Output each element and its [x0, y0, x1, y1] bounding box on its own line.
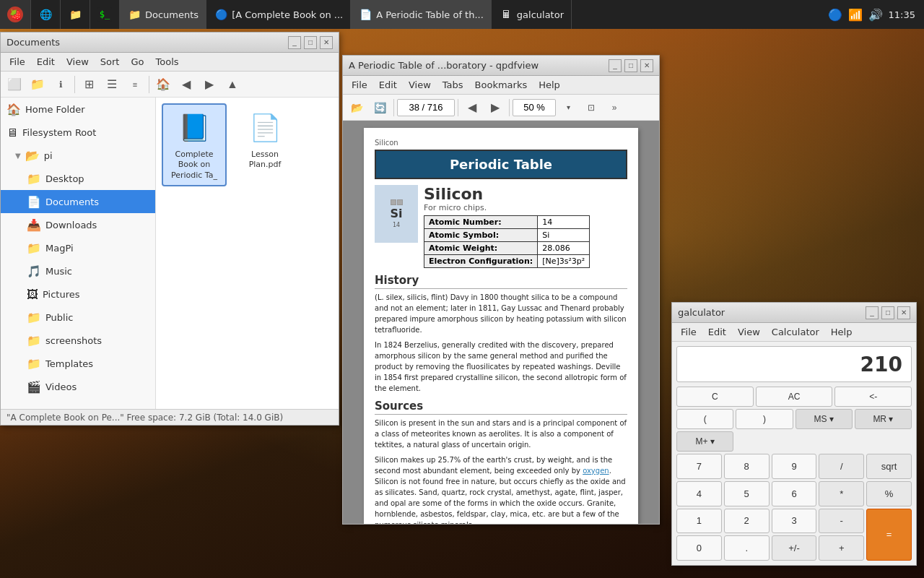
calc-menu-calculator[interactable]: Calculator: [766, 325, 825, 339]
calc-restore-button[interactable]: □: [881, 306, 894, 319]
fit-page-button[interactable]: ⊡: [580, 98, 602, 118]
pdf-menu-view[interactable]: View: [403, 78, 437, 92]
sidebar-item-public[interactable]: 📁 Public: [1, 306, 155, 329]
calc-sqrt-button[interactable]: sqrt: [866, 454, 912, 479]
calc-mplus-button[interactable]: M+ ▾: [676, 431, 733, 452]
wifi-icon[interactable]: 📶: [848, 8, 863, 22]
folder-button[interactable]: 📁: [61, 0, 90, 29]
pdf-menu-help[interactable]: Help: [533, 78, 566, 92]
sidebar-item-documents[interactable]: 📄 Documents: [1, 190, 155, 213]
calc-3-button[interactable]: 3: [772, 509, 817, 534]
file-item-lesson[interactable]: 📄 Lesson Plan.pdf: [232, 103, 297, 186]
calc-menu-edit[interactable]: Edit: [702, 325, 732, 339]
pdf-refresh-button[interactable]: 🔄: [369, 98, 391, 118]
sidebar-item-magpi[interactable]: 📁 MagPi: [1, 236, 155, 259]
statusbar-text: "A Complete Book on Pe..." Free space: 7…: [6, 413, 283, 423]
calc-multiply-button[interactable]: *: [819, 481, 864, 506]
terminal-button[interactable]: $_: [90, 0, 120, 29]
up-button[interactable]: ▲: [222, 74, 243, 95]
calc-minus-button[interactable]: -: [819, 509, 864, 534]
pdf-menu-edit[interactable]: Edit: [373, 78, 403, 92]
calc-percent-button[interactable]: %: [866, 481, 912, 506]
calc-1-button[interactable]: 1: [676, 509, 722, 534]
pdf-menu-tabs[interactable]: Tabs: [437, 78, 469, 92]
calc-plusminus-button[interactable]: +/-: [772, 535, 817, 561]
calc-open-paren-button[interactable]: (: [676, 409, 733, 429]
calc-menu-file[interactable]: File: [675, 325, 702, 339]
pdf-menu-bookmarks[interactable]: Bookmarks: [469, 78, 533, 92]
calc-9-button[interactable]: 9: [772, 454, 817, 479]
sidebar-item-home[interactable]: 🏠 Home Folder: [1, 98, 155, 121]
calc-close-paren-button[interactable]: ): [736, 409, 793, 429]
oxygen-link[interactable]: oxygen: [583, 467, 609, 475]
sidebar-item-pi[interactable]: ▼ 📂 pi: [1, 144, 155, 167]
restore-button[interactable]: □: [304, 36, 317, 49]
calc-clear-button[interactable]: C: [676, 387, 754, 407]
pdf1-taskbar-item[interactable]: 🔵 [A Complete Book on ...: [206, 0, 351, 29]
detailed-view-button[interactable]: ☰: [101, 74, 123, 95]
sidebar-item-templates[interactable]: 📁 Templates: [1, 352, 155, 375]
sidebar-item-downloads[interactable]: 📥 Downloads: [1, 213, 155, 236]
browser-button[interactable]: 🌐: [31, 0, 61, 29]
file-item-book[interactable]: 📘 Complete Book on Periodic Ta_: [162, 103, 227, 186]
calc-5-button[interactable]: 5: [724, 481, 770, 506]
menu-go[interactable]: Go: [125, 55, 149, 69]
back-button[interactable]: ◀: [175, 74, 197, 95]
sidebar-item-filesystem[interactable]: 🖥 Filesystem Root: [1, 121, 155, 144]
properties-button[interactable]: ℹ: [50, 74, 71, 95]
menu-view[interactable]: View: [61, 55, 95, 69]
raspberry-menu-button[interactable]: 🍓: [0, 0, 31, 29]
new-window-button[interactable]: ⬜: [4, 74, 25, 95]
calc-taskbar-item[interactable]: 🖩 galculator: [492, 0, 572, 29]
pdf-back-button[interactable]: ◀: [461, 98, 483, 118]
compact-view-button[interactable]: ≡: [124, 74, 146, 95]
pdf-forward-button[interactable]: ▶: [484, 98, 506, 118]
calc-4-button[interactable]: 4: [676, 481, 722, 506]
menu-edit[interactable]: Edit: [31, 55, 61, 69]
calc-ms-button[interactable]: MS ▾: [796, 409, 853, 429]
zoom-dropdown-button[interactable]: ▾: [557, 98, 579, 118]
icon-view-button[interactable]: ⊞: [78, 74, 100, 95]
calc-plus-button[interactable]: +: [819, 535, 864, 561]
page-input[interactable]: [397, 99, 455, 116]
pdf-restore-button[interactable]: □: [624, 59, 637, 72]
close-button[interactable]: ✕: [320, 36, 333, 49]
calc-2-button[interactable]: 2: [724, 509, 770, 534]
calc-8-button[interactable]: 8: [724, 454, 770, 479]
pdf-open-button[interactable]: 📂: [346, 98, 367, 118]
calc-0-button[interactable]: 0: [676, 535, 722, 561]
menu-tools[interactable]: Tools: [150, 55, 185, 69]
calc-7-button[interactable]: 7: [676, 454, 722, 479]
zoom-input[interactable]: [513, 99, 556, 116]
minimize-button[interactable]: _: [288, 36, 301, 49]
more-button[interactable]: »: [603, 98, 625, 118]
pdf-minimize-button[interactable]: _: [609, 59, 622, 72]
calc-backspace-button[interactable]: <-: [834, 387, 912, 407]
calc-divide-button[interactable]: /: [819, 454, 864, 479]
calc-mr-button[interactable]: MR ▾: [855, 409, 912, 429]
volume-icon[interactable]: 🔊: [868, 8, 883, 22]
calc-dot-button[interactable]: .: [724, 535, 770, 561]
calc-equals-button[interactable]: =: [866, 509, 912, 561]
sidebar-item-videos[interactable]: 🎬 Videos: [1, 375, 155, 398]
documents-taskbar-item[interactable]: 📁 Documents: [120, 0, 206, 29]
calc-menu-help[interactable]: Help: [825, 325, 858, 339]
calc-minimize-button[interactable]: _: [866, 306, 879, 319]
new-folder-button[interactable]: 📁: [27, 74, 48, 95]
sidebar-item-pictures[interactable]: 🖼 Pictures: [1, 282, 155, 306]
menu-sort[interactable]: Sort: [95, 55, 126, 69]
menu-file[interactable]: File: [4, 55, 31, 69]
calc-all-clear-button[interactable]: AC: [756, 387, 833, 407]
forward-button[interactable]: ▶: [199, 74, 220, 95]
pdf2-taskbar-item[interactable]: 📄 A Periodic Table of th...: [351, 0, 492, 29]
calc-6-button[interactable]: 6: [772, 481, 817, 506]
pdf-menu-file[interactable]: File: [346, 78, 373, 92]
pdf-close-button[interactable]: ✕: [640, 59, 653, 72]
sidebar-item-screenshots[interactable]: 📁 screenshots: [1, 329, 155, 352]
sidebar-item-desktop[interactable]: 📁 Desktop: [1, 167, 155, 190]
calc-close-button[interactable]: ✕: [897, 306, 910, 319]
sidebar-item-music[interactable]: 🎵 Music: [1, 259, 155, 282]
home-button[interactable]: 🏠: [152, 74, 174, 95]
bluetooth-icon[interactable]: 🔵: [828, 8, 842, 22]
calc-menu-view[interactable]: View: [732, 325, 766, 339]
